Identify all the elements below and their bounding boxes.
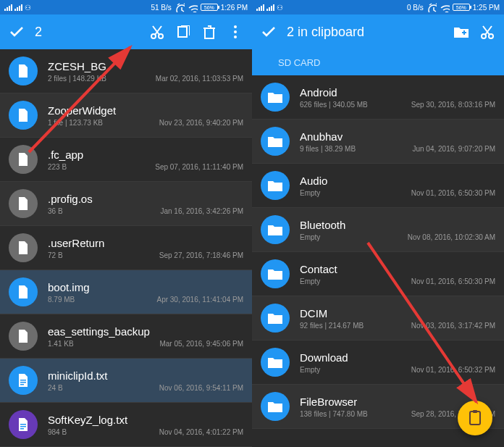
folder-icon [261,304,290,333]
item-title: Audio [300,175,495,187]
file-icon [9,57,38,85]
item-date: Nov 01, 2016, 6:50:32 PM [411,366,495,374]
list-item[interactable]: AudioEmptyNov 01, 2016, 6:50:30 PM [252,164,504,208]
done-button[interactable] [261,24,277,40]
item-meta: 1.41 KB [48,340,74,348]
list-item[interactable]: .profig.os36 BJan 16, 2016, 3:42:26 PM [0,182,252,226]
phone-right: ⚇ 0 B/s 56% 1:25 PM 2 in clipboard SD CA… [252,0,504,447]
list-item[interactable]: Anubhav9 files | 38.29 MBJun 04, 2016, 9… [252,120,504,164]
folder-icon [261,259,290,288]
item-title: ZCESH_BG [48,60,243,72]
list-item[interactable]: miniclipId.txt24 BNov 06, 2016, 9:54:11 … [0,359,252,403]
item-title: .userReturn [48,237,243,249]
cut-button[interactable] [149,24,165,40]
item-title: Download [300,351,495,364]
item-meta: 2 files | 148.29 KB [48,75,106,83]
item-date: Mar 05, 2016, 9:45:06 PM [159,340,243,348]
phone-left: ⚇ 51 B/s 56% 1:26 PM 2 ZCESH_BG2 files |… [0,0,252,447]
item-title: .profig.os [48,193,243,205]
paste-fab[interactable] [458,401,492,435]
battery-icon: 56% [201,4,218,11]
item-date: Jun 04, 2016, 9:07:20 PM [412,145,495,153]
item-date: Nov 04, 2016, 4:01:22 PM [159,428,243,436]
item-date: Nov 03, 2016, 3:17:42 PM [411,322,495,330]
list-item[interactable]: .userReturn72 BSep 27, 2016, 7:18:46 PM [0,226,252,270]
file-list[interactable]: Android626 files | 340.05 MBSep 30, 2016… [252,75,504,429]
item-meta: 36 B [48,207,63,215]
file-icon [9,189,38,218]
clipboard-title: 2 in clipboard [287,25,443,40]
signal-icon [266,4,274,11]
item-title: eas_settings_backup [48,325,243,338]
item-meta: Empty [300,189,320,197]
list-item[interactable]: ZCESH_BG2 files | 148.29 KBMar 02, 2016,… [0,49,252,93]
list-item[interactable]: DownloadEmptyNov 01, 2016, 6:50:32 PM [252,341,504,385]
item-date: Nov 08, 2016, 10:02:30 AM [408,233,495,241]
copy-button[interactable] [175,24,191,40]
item-date: Mar 02, 2016, 11:03:53 PM [156,75,243,83]
item-meta: 8.79 MB [48,296,75,304]
item-meta: 223 B [48,163,67,171]
folder-icon [261,83,290,112]
list-item[interactable]: SoftKeyZ_log.txt984 BNov 04, 2016, 4:01:… [0,403,252,447]
item-date: Apr 30, 2016, 11:41:04 PM [156,296,243,304]
item-date: Jan 16, 2016, 3:42:26 PM [160,207,243,215]
breadcrumb[interactable]: SD CARD [252,49,504,75]
item-meta: 984 B [48,428,67,436]
signal-icon [4,4,12,11]
clock: 1:26 PM [221,4,248,12]
folder-icon [261,392,290,421]
item-title: Anubhav [300,130,495,143]
list-item[interactable]: Android626 files | 340.05 MBSep 30, 2016… [252,75,504,120]
item-title: Contact [300,263,495,275]
data-rate: 51 B/s [151,4,171,12]
new-folder-button[interactable] [453,24,469,40]
selection-count: 2 [35,25,139,40]
item-meta: 92 files | 214.67 MB [300,322,364,330]
item-date: Nov 01, 2016, 6:50:30 PM [411,189,495,197]
item-meta: Empty [300,366,320,374]
item-date: Sep 07, 2016, 11:11:40 PM [155,163,243,171]
item-date: Nov 01, 2016, 6:50:30 PM [411,277,495,285]
file-icon [9,101,38,130]
fish-icon: ⚇ [277,4,283,12]
more-button[interactable] [227,24,243,40]
file-icon [9,233,38,262]
list-item[interactable]: eas_settings_backup1.41 KBMar 05, 2016, … [0,314,252,359]
doc-icon [9,366,38,395]
done-button[interactable] [9,24,25,40]
list-item[interactable]: ZooperWidget1 file | 123.73 KBNov 23, 20… [0,93,252,138]
list-item[interactable]: DCIM92 files | 214.67 MBNov 03, 2016, 3:… [252,296,504,341]
item-meta: Empty [300,277,320,285]
cut-button[interactable] [479,24,495,40]
item-title: Android [300,86,495,99]
item-title: .fc_app [48,149,243,161]
battery-icon: 56% [453,4,470,11]
list-item[interactable]: ContactEmptyNov 01, 2016, 6:50:30 PM [252,252,504,296]
signal-icon [256,4,264,11]
item-meta: 72 B [48,251,63,259]
actionbar: 2 [0,14,252,49]
list-item[interactable]: boot.img8.79 MBApr 30, 2016, 11:41:04 PM [0,270,252,314]
item-date: Sep 27, 2016, 7:18:46 PM [159,251,243,259]
file-icon [9,277,38,306]
item-date: Sep 30, 2016, 8:03:16 PM [411,101,495,109]
doc-icon [9,410,38,439]
data-rate: 0 B/s [407,4,424,12]
item-meta: 9 files | 38.29 MB [300,145,356,153]
delete-button[interactable] [201,24,217,40]
item-title: DCIM [300,307,495,319]
wifi-icon [440,2,450,12]
folder-icon [261,215,290,244]
file-icon [9,322,38,351]
signal-icon [14,4,22,11]
list-item[interactable]: .fc_app223 BSep 07, 2016, 11:11:40 PM [0,138,252,182]
file-list[interactable]: ZCESH_BG2 files | 148.29 KBMar 02, 2016,… [0,49,252,447]
item-title: SoftKeyZ_log.txt [48,414,243,426]
alarm-icon [427,2,437,12]
list-item[interactable]: BluetoothEmptyNov 08, 2016, 10:02:30 AM [252,208,504,252]
wifi-icon [188,2,198,12]
folder-icon [261,171,290,200]
fish-icon: ⚇ [25,4,31,12]
statusbar: ⚇ 0 B/s 56% 1:25 PM [252,0,504,14]
